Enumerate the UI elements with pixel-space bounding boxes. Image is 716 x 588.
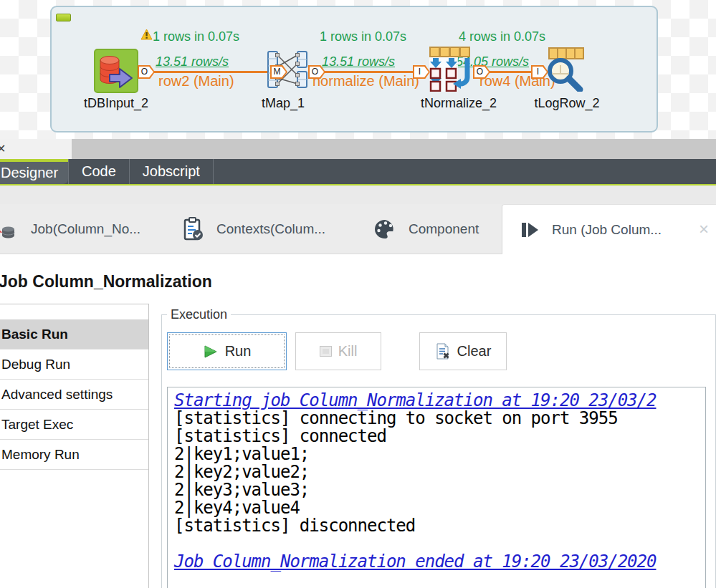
tab-code[interactable]: Code: [68, 159, 129, 184]
run-view-sidebar: Basic Run Debug Run Advanced settings Ta…: [0, 304, 149, 588]
tab-designer[interactable]: Designer: [0, 159, 68, 184]
console-line: 2|key3;value3;: [174, 481, 699, 499]
job-title-bar: Job Column_Normalization: [0, 254, 716, 304]
stop-icon: [320, 346, 332, 357]
tab-component-label: Component: [409, 221, 479, 237]
component-label-tnormalize[interactable]: tNormalize_2: [411, 96, 506, 111]
link-normalize-label[interactable]: normalize (Main): [312, 73, 419, 90]
tlogrow-component-icon[interactable]: [542, 46, 586, 95]
clear-button[interactable]: Clear: [419, 332, 507, 370]
component-label-tlogrow[interactable]: tLogRow_2: [520, 96, 614, 111]
tdbinput-component-icon[interactable]: [94, 49, 138, 96]
editor-header-strip: ✕: [0, 139, 716, 159]
console-line: [174, 535, 699, 553]
execution-group: Execution Run Kill: [161, 307, 716, 588]
component-label-tdbinput[interactable]: tDBInput_2: [70, 96, 162, 111]
clear-button-label: Clear: [457, 343, 492, 360]
link-row4-rowcount: 4 rows in 0.07s: [459, 29, 545, 44]
tab-contexts-view[interactable]: Contexts(Colum...: [181, 204, 373, 254]
editor-header-filler: [72, 139, 716, 159]
panel-gap: [0, 185, 716, 204]
play-icon: [203, 344, 219, 359]
tab-component-view[interactable]: Component: [373, 204, 502, 254]
console-line: 2|key1;value1;: [174, 445, 699, 463]
tab-run-view-active[interactable]: Run (Job Colum... ×: [502, 204, 716, 254]
link-normalize-rowcount: 1 rows in 0.07s: [320, 29, 406, 44]
editor-tab-remnant: ✕: [0, 139, 72, 159]
job-designer-canvas[interactable]: 1 rows in 0.07s 13.51 rows/s row2 (Main)…: [0, 0, 716, 139]
console-line: 2|key4;value4: [174, 499, 699, 517]
clear-doc-icon: [435, 343, 451, 360]
close-icon[interactable]: ✕: [0, 139, 6, 159]
link-row2-rate: 13.51 rows/s: [156, 54, 229, 69]
sidebar-item-target-exec[interactable]: Target Exec: [0, 410, 148, 440]
sidebar-item-debug-run[interactable]: Debug Run: [0, 350, 148, 380]
tab-jobscript[interactable]: Jobscript: [129, 159, 214, 184]
warning-icon: [140, 29, 153, 43]
sidebar-item-advanced-settings[interactable]: Advanced settings: [0, 380, 148, 410]
execution-pane: Execution Run Kill: [149, 304, 716, 588]
sidebar-item-memory-run[interactable]: Memory Run: [0, 440, 148, 470]
tnormalize-component-icon[interactable]: [428, 46, 474, 95]
link-row2-label[interactable]: row2 (Main): [158, 73, 234, 90]
tab-run-label: Run (Job Colum...: [552, 222, 662, 238]
run-button[interactable]: Run: [167, 332, 287, 370]
execution-legend: Execution: [167, 307, 231, 322]
editor-mode-tabs: Designer Code Jobscript: [0, 159, 716, 185]
console-line: [statistics] connected: [174, 428, 699, 445]
console-line: [statistics] connecting to socket on por…: [174, 410, 699, 428]
tab-job-label: Job(Column_No...: [31, 221, 140, 237]
job-frame-marker-icon: [56, 14, 71, 21]
kill-button-label: Kill: [338, 343, 358, 360]
console-line: Starting job Column_Normalization at 19:…: [174, 392, 699, 410]
link-normalize-rate: 13.51 rows/s: [322, 54, 395, 69]
run-button-label: Run: [225, 343, 252, 360]
tab-job-view[interactable]: Job(Column_No...: [0, 204, 181, 254]
bottom-view-tabs: Job(Column_No... Contexts(Colum...: [0, 204, 716, 254]
job-icon: [0, 218, 19, 241]
page-title: Job Column_Normalization: [0, 254, 716, 291]
console-line: 2|key2;value2;: [174, 463, 699, 481]
contexts-icon: [182, 217, 204, 241]
link-row2-rowcount: 1 rows in 0.07s: [153, 29, 239, 44]
execution-buttons: Run Kill: [167, 332, 715, 370]
console-line: Job Column_Normalization ended at 19:20 …: [174, 553, 699, 571]
run-view-icon: [520, 221, 540, 239]
talend-studio-window: 1 rows in 0.07s 13.51 rows/s row2 (Main)…: [0, 0, 716, 588]
execution-console[interactable]: Starting job Column_Normalization at 19:…: [167, 387, 706, 588]
sidebar-item-basic-run[interactable]: Basic Run: [0, 319, 148, 350]
tab-close-icon[interactable]: ×: [699, 221, 709, 238]
kill-button[interactable]: Kill: [295, 332, 381, 370]
console-line: [statistics] disconnected: [174, 517, 699, 535]
run-view-content: Basic Run Debug Run Advanced settings Ta…: [0, 304, 716, 588]
tab-contexts-label: Contexts(Colum...: [216, 221, 325, 237]
component-palette-icon: [373, 218, 396, 240]
component-label-tmap[interactable]: tMap_1: [247, 96, 319, 111]
